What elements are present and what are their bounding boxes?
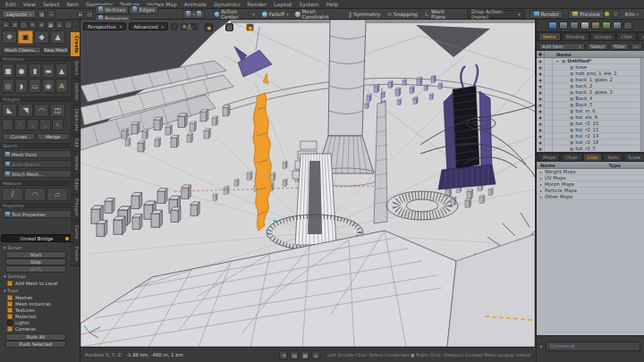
push-option-checkbox[interactable]: ✓Meshes	[0, 294, 72, 300]
visibility-eye-icon[interactable]: ●	[537, 71, 545, 77]
toolbox-tab[interactable]: Edge	[71, 175, 80, 195]
item-row[interactable]: ● ▦bal_r2_11	[537, 127, 644, 133]
tool-icon[interactable]: ▲	[50, 30, 65, 44]
tool-icon[interactable]: +	[2, 21, 10, 29]
toolbox-tab[interactable]: Vertex	[71, 152, 80, 175]
add-mesh-to-level-checkbox[interactable]: ✓Add Mesh to Level	[0, 280, 72, 286]
visibility-eye-icon[interactable]: ●	[537, 108, 545, 114]
layout-preset-icon[interactable]	[591, 21, 600, 29]
tool-icon[interactable]: ↺	[11, 21, 19, 29]
tool-icon[interactable]: ⌂	[55, 21, 64, 29]
vertex-map-row[interactable]: ▸Morph Maps	[537, 181, 644, 188]
layout-preset-icon[interactable]	[559, 21, 568, 29]
falloff-button[interactable]: Falloff▾	[259, 10, 292, 19]
preview-button[interactable]: Preview	[568, 10, 605, 19]
panel-tab[interactable]: +	[638, 32, 644, 40]
tool-icon[interactable]: ○	[64, 21, 72, 29]
push-selected-button[interactable]: Push Selected	[5, 341, 66, 348]
solid-sketch-button[interactable]: Solid Sketch	[3, 160, 74, 168]
push-option-checkbox[interactable]: ✓Materials	[0, 313, 72, 319]
history-icon[interactable]: ◔	[279, 350, 288, 359]
curve-tool-icon[interactable]: ◜	[2, 119, 13, 130]
add-item-dropdown[interactable]: Add Item▾	[538, 43, 585, 50]
layout-switcher[interactable]: Layouts▾	[2, 10, 36, 18]
vertex-map-row[interactable]: ▸Particle Maps	[537, 188, 644, 194]
viewport-camera-dropdown[interactable]: Perspective▾	[83, 22, 126, 30]
visibility-eye-icon[interactable]: ●	[537, 96, 545, 102]
primitive-icon[interactable]: ▭	[29, 79, 41, 93]
polygon-tool-icon[interactable]: ◫	[50, 104, 65, 117]
toolbox-tab[interactable]: Polygon	[71, 195, 80, 221]
selection-mode-button[interactable]: Vertices	[95, 5, 129, 14]
menu-item[interactable]: View	[23, 0, 36, 8]
ghost-mode-icon[interactable]: ○	[171, 23, 178, 30]
toolbox-tab[interactable]: Create	[71, 32, 80, 57]
layout-preset-icon[interactable]	[613, 21, 622, 29]
work-plane-button[interactable]: ∟Work Plane	[422, 10, 458, 19]
tool-properties-button[interactable]: Tool Properties	[3, 210, 74, 218]
render-toggle[interactable]	[545, 83, 553, 89]
item-row[interactable]: ● ▦bal_r2_5	[537, 146, 644, 152]
item-row[interactable]: ● ▦bal_r2_10	[537, 121, 644, 127]
toolbox-tab[interactable]: Edit	[71, 135, 80, 152]
render-button[interactable]: Render	[530, 10, 564, 19]
selection-mode-button[interactable]: Edges	[129, 5, 158, 14]
lasso-tool-icon[interactable]: ○	[86, 10, 93, 18]
visibility-eye-icon[interactable]: ●	[537, 127, 545, 133]
filter-button[interactable]: Filter	[610, 43, 629, 50]
visibility-eye-icon[interactable]: ●	[537, 83, 545, 89]
stop-button[interactable]: Stop	[5, 258, 66, 265]
layout-preset-icon[interactable]	[580, 21, 589, 29]
polygon-tool-icon[interactable]: ◣	[2, 104, 17, 117]
stitch-mesh-button[interactable]: Stitch Mesh...	[3, 170, 74, 178]
item-row[interactable]: ● ▦hab_proj_1_ele_2	[537, 71, 644, 77]
primitive-icon[interactable]: ▬	[42, 63, 55, 78]
locator-icon[interactable]: ●	[205, 23, 213, 31]
measure-tool-icon[interactable]: ◠	[24, 188, 46, 201]
toolbox-tab[interactable]: Duplicate	[71, 105, 80, 136]
visibility-eye-icon[interactable]: ●	[537, 77, 545, 83]
locator-icon[interactable]: ○	[225, 23, 233, 31]
item-row[interactable]: ● ▦back_2	[537, 83, 644, 89]
primitive-icon[interactable]: ■	[2, 63, 14, 78]
layout-preset-icon[interactable]	[623, 21, 632, 29]
render-toggle[interactable]	[545, 139, 553, 146]
curves-button[interactable]: Curves	[3, 133, 35, 140]
polygon-tool-icon[interactable]: ◥	[18, 104, 33, 117]
merge-button[interactable]: Merge	[37, 133, 69, 140]
mesh-paint-button[interactable]: Mesh Paint	[3, 150, 74, 158]
render-toggle[interactable]	[545, 133, 553, 139]
push-option-checkbox[interactable]: ✓Lights	[0, 319, 72, 325]
curve-tool-icon[interactable]: ◟	[39, 119, 51, 130]
item-row[interactable]: ● ▦back_1_glass_2	[537, 77, 644, 83]
push-option-checkbox[interactable]: ✓Cameras	[0, 325, 72, 332]
sketch-section-header[interactable]: Sketch	[0, 143, 72, 148]
panel-tab[interactable]: Lists	[583, 153, 603, 161]
curve-tool-icon[interactable]: ✎	[52, 119, 64, 130]
tool-icon[interactable]: ▣	[18, 30, 33, 44]
name-column-header[interactable]: Name	[553, 52, 572, 57]
vertex-map-row[interactable]: ▸Weight Maps	[537, 169, 644, 175]
lists-type-column[interactable]: Type	[608, 163, 644, 168]
panel-tab[interactable]: Shading	[562, 32, 589, 40]
visibility-eye-icon[interactable]: ●	[537, 114, 545, 121]
visibility-eye-icon[interactable]: ●	[537, 146, 545, 152]
action-center-button[interactable]: Action Center▾	[212, 10, 258, 19]
layout-preset-icon[interactable]	[602, 21, 611, 29]
visibility-eye-icon[interactable]: ●	[537, 102, 545, 108]
item-row[interactable]: ● ▦back_2_glass_2	[537, 89, 644, 96]
drop-action-select[interactable]: Drop Action: (none)▾	[467, 10, 525, 19]
panel-tab[interactable]: Props	[538, 153, 560, 161]
menu-item[interactable]: Select	[43, 0, 60, 8]
tool-icon[interactable]: ✎	[29, 21, 37, 29]
item-row[interactable]: ● ▦bal_els_9	[537, 114, 644, 121]
expand-icon[interactable]: ▸	[540, 195, 542, 199]
visibility-eye-icon[interactable]: ●	[537, 139, 545, 146]
curve-tool-icon[interactable]: ◞	[27, 119, 38, 130]
push-all-button[interactable]: Push All	[5, 333, 66, 341]
unreal-bridge-header[interactable]: Unreal Bridge	[1, 234, 72, 242]
panel-tab[interactable]: Item	[603, 153, 623, 161]
measure-tool-icon[interactable]: ▱	[47, 188, 68, 201]
tool-icon[interactable]: ✕	[38, 21, 46, 29]
expand-icon[interactable]: ▸	[540, 182, 542, 187]
